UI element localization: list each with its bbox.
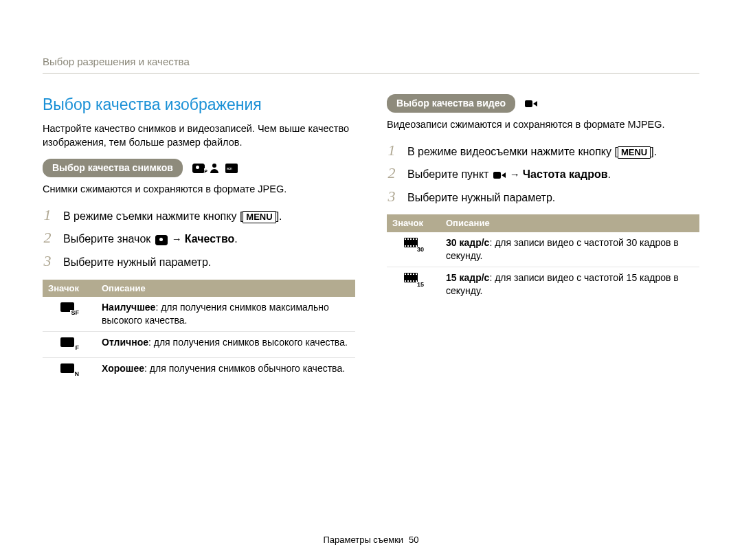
right-column: Выбор качества видео Видеозаписи сжимают… bbox=[387, 94, 699, 383]
camera-p-icon: P bbox=[192, 164, 205, 173]
quality-sf-icon: SF bbox=[60, 302, 78, 315]
section-lead: Настройте качество снимков и видеозаписе… bbox=[43, 122, 355, 149]
menu-button-inline: MENU bbox=[618, 146, 651, 159]
pill-photo-quality: Выбор качества снимков bbox=[43, 159, 183, 177]
person-icon bbox=[209, 164, 221, 173]
page: Выбор разрешения и качества Выбор качест… bbox=[0, 0, 742, 560]
camera-icon bbox=[155, 235, 168, 245]
th-desc: Описание bbox=[440, 214, 699, 232]
menu-button-inline: MENU bbox=[243, 211, 276, 223]
page-footer: Параметры съемки50 bbox=[0, 534, 742, 546]
table-row: F Отличное: для получения снимков высоко… bbox=[43, 331, 355, 357]
jpeg-note: Снимки сжимаются и сохраняются в формате… bbox=[43, 183, 355, 197]
arrow-icon: → bbox=[172, 232, 182, 246]
steps-video: 1 В режиме видеосъемки нажмите кнопку [M… bbox=[387, 143, 699, 205]
mode-icons-photo: P scn bbox=[192, 164, 238, 173]
section-title: Выбор качества изображения bbox=[43, 94, 355, 115]
subheading-row-video: Выбор качества видео bbox=[387, 94, 699, 113]
table-row: SF Наилучшее: для получения снимков макс… bbox=[43, 297, 355, 331]
step-1-photo: 1 В режиме съемки нажмите кнопку [MENU]. bbox=[43, 208, 355, 224]
page-number: 50 bbox=[409, 535, 418, 545]
step-2-photo: 2 Выберите значок →Качество. bbox=[43, 230, 355, 247]
scene-icon: scn bbox=[225, 164, 238, 173]
mjpeg-note: Видеозаписи сжимаются и сохраняются в фо… bbox=[387, 118, 699, 132]
table-row: N Хорошее: для получения снимков обычног… bbox=[43, 357, 355, 383]
content-columns: Выбор качества изображения Настройте кач… bbox=[43, 94, 699, 383]
video-framerate-table: Значок Описание 30 30 кадр/с: для записи… bbox=[387, 214, 699, 301]
video-icon bbox=[493, 170, 506, 180]
th-desc: Описание bbox=[96, 280, 355, 298]
table-row: 30 30 кадр/с: для записи видео с частото… bbox=[387, 232, 699, 267]
quality-f-icon: F bbox=[60, 337, 78, 350]
footer-label: Параметры съемки bbox=[323, 535, 403, 545]
th-icon: Значок bbox=[387, 214, 440, 232]
table-row: 15 15 кадр/с: для записи видео с частото… bbox=[387, 267, 699, 301]
arrow-icon: → bbox=[510, 168, 520, 181]
steps-photo: 1 В режиме съемки нажмите кнопку [MENU].… bbox=[43, 208, 355, 270]
left-column: Выбор качества изображения Настройте кач… bbox=[43, 94, 355, 383]
th-icon: Значок bbox=[43, 280, 96, 298]
framerate-15-icon: 15 bbox=[404, 273, 423, 287]
step-2-video: 2 Выберите пункт →Частота кадров. bbox=[387, 166, 699, 182]
photo-quality-table: Значок Описание SF Наилучшее: для получе… bbox=[43, 280, 355, 383]
step-3-video: 3 Выберите нужный параметр. bbox=[387, 189, 699, 205]
subheading-row-photo: Выбор качества снимков P scn bbox=[43, 159, 355, 177]
step-1-video: 1 В режиме видеосъемки нажмите кнопку [M… bbox=[387, 143, 699, 159]
mode-icons-video bbox=[525, 99, 537, 109]
breadcrumb: Выбор разрешения и качества bbox=[43, 55, 699, 74]
step-3-photo: 3 Выберите нужный параметр. bbox=[43, 254, 355, 270]
quality-n-icon: N bbox=[60, 363, 78, 376]
video-mode-icon bbox=[525, 99, 537, 109]
framerate-30-icon: 30 bbox=[404, 238, 423, 251]
pill-video-quality: Выбор качества видео bbox=[387, 94, 515, 113]
